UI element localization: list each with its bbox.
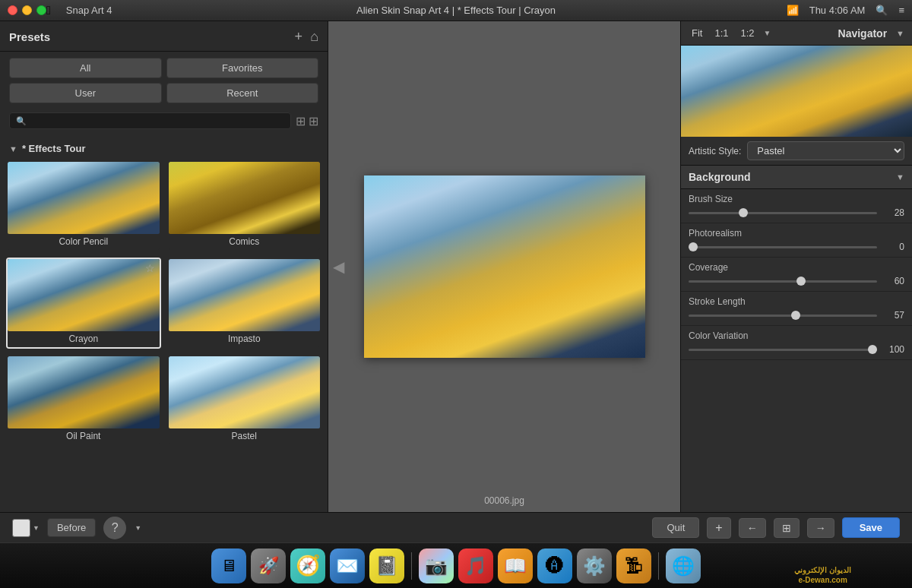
menu-icon[interactable]: ≡ bbox=[898, 5, 904, 16]
dock-item-photos[interactable]: 📷 bbox=[419, 548, 454, 583]
preset-item-impasto[interactable]: Impasto bbox=[167, 258, 322, 349]
presets-title: Presets bbox=[9, 30, 50, 43]
dock-item-mail[interactable]: ✉️ bbox=[330, 548, 365, 583]
dock-item-browser[interactable]: 🌐 bbox=[666, 548, 701, 583]
preset-thumb-oil-paint bbox=[8, 356, 160, 428]
add-preset-button[interactable]: + bbox=[295, 29, 303, 45]
help-dropdown-arrow[interactable]: ▼ bbox=[135, 524, 141, 532]
save-button[interactable]: Save bbox=[842, 517, 900, 538]
dock-item-appstore[interactable]: 🅐 bbox=[537, 548, 572, 583]
dock-item-notes[interactable]: 📓 bbox=[369, 548, 404, 583]
preset-thumb-color-pencil bbox=[8, 162, 160, 234]
time-display: Thu 4:06 AM bbox=[809, 5, 866, 16]
help-button[interactable]: ? bbox=[103, 517, 126, 539]
dock-item-launchpad[interactable]: 🚀 bbox=[251, 548, 286, 583]
dock-item-finder[interactable]: 🖥 bbox=[211, 548, 246, 583]
preset-filter-buttons: All Favorites User Recent bbox=[0, 52, 328, 109]
param-label-brush-size: Brush Size bbox=[689, 194, 904, 204]
grid-button[interactable]: ⊞ bbox=[774, 518, 800, 538]
add-button[interactable]: + bbox=[707, 517, 730, 539]
nav-fit-arrow[interactable]: ▼ bbox=[764, 29, 771, 37]
artistic-style-select[interactable]: Pastel bbox=[747, 141, 904, 160]
dock-item-archive[interactable]: 🗜 bbox=[616, 548, 651, 583]
preset-item-crayon[interactable]: ☆ Crayon bbox=[6, 258, 161, 349]
coverage-slider[interactable] bbox=[689, 280, 877, 283]
ratio-1-1-button[interactable]: 1:1 bbox=[711, 26, 731, 40]
grid-view-button[interactable]: ⊞ bbox=[309, 114, 318, 128]
param-slider-row-stroke-length: 57 bbox=[689, 310, 904, 321]
next-button[interactable]: → bbox=[807, 518, 834, 538]
color-preview-arrow[interactable]: ▼ bbox=[33, 524, 40, 532]
presets-grid: Color Pencil Comics ☆ Crayon Impasto bbox=[6, 160, 321, 446]
param-slider-row-photorealism: 0 bbox=[689, 242, 904, 252]
recent-button[interactable]: Recent bbox=[166, 83, 319, 103]
search-icon[interactable]: 🔍 bbox=[876, 5, 888, 16]
group-header[interactable]: ▼ * Effects Tour bbox=[6, 140, 321, 160]
view-icons: ⊞ ⊞ bbox=[296, 114, 318, 128]
traffic-lights bbox=[8, 5, 46, 15]
preset-label-pastel: Pastel bbox=[169, 428, 321, 444]
user-button[interactable]: User bbox=[9, 83, 162, 103]
collapse-view-button[interactable]: ⊞ bbox=[296, 114, 306, 128]
navigator-title: Navigator bbox=[838, 27, 888, 40]
dock-item-settings[interactable]: ⚙️ bbox=[577, 548, 612, 583]
maximize-button[interactable] bbox=[36, 5, 46, 15]
preset-item-pastel[interactable]: Pastel bbox=[167, 355, 322, 446]
minimize-button[interactable] bbox=[22, 5, 32, 15]
search-bar: 🔍 ⊞ ⊞ bbox=[0, 109, 328, 135]
preset-thumb-pastel bbox=[169, 356, 321, 428]
color-variation-value: 100 bbox=[883, 344, 904, 355]
param-brush-size: Brush Size 28 bbox=[681, 189, 912, 223]
search-input[interactable] bbox=[30, 115, 284, 126]
preset-thumb-impasto bbox=[169, 259, 321, 331]
brush-size-slider[interactable] bbox=[689, 212, 877, 214]
watermark-text: الديوان الإلكترونيe-Dewan.com bbox=[794, 566, 851, 584]
stroke-length-value: 57 bbox=[883, 310, 904, 321]
navigator-dropdown-arrow[interactable]: ▼ bbox=[896, 29, 904, 38]
preset-thumb-crayon bbox=[8, 259, 160, 331]
preset-label-crayon: Crayon bbox=[8, 331, 160, 347]
apple-logo:  bbox=[46, 4, 51, 17]
background-section-arrow: ▼ bbox=[896, 172, 904, 182]
param-label-photorealism: Photorealism bbox=[689, 228, 904, 239]
right-panel: Fit 1:1 1:2 ▼ Navigator ▼ Artistic Style… bbox=[680, 21, 912, 512]
presets-list: ▼ * Effects Tour Color Pencil Comics ☆ C… bbox=[0, 135, 328, 512]
param-photorealism: Photorealism 0 bbox=[681, 223, 912, 258]
search-input-wrap[interactable]: 🔍 bbox=[9, 112, 291, 129]
preset-item-oil-paint[interactable]: Oil Paint bbox=[6, 355, 161, 446]
color-variation-slider[interactable] bbox=[689, 349, 877, 351]
fit-button[interactable]: Fit bbox=[689, 26, 705, 40]
dock-separator bbox=[411, 552, 412, 580]
before-button[interactable]: Before bbox=[47, 518, 96, 537]
dock-item-safari[interactable]: 🧭 bbox=[290, 548, 325, 583]
color-preview bbox=[12, 519, 30, 537]
photorealism-slider[interactable] bbox=[689, 246, 877, 248]
all-button[interactable]: All bbox=[9, 58, 162, 78]
preset-label-oil-paint: Oil Paint bbox=[8, 428, 160, 444]
navigator-thumbnail bbox=[681, 46, 912, 137]
dock-item-books[interactable]: 📖 bbox=[498, 548, 533, 583]
quit-button[interactable]: Quit bbox=[652, 517, 699, 538]
wifi-icon: 📶 bbox=[787, 5, 799, 16]
background-section-header[interactable]: Background ▼ bbox=[681, 166, 912, 189]
stroke-length-slider[interactable] bbox=[689, 315, 877, 317]
sidebar-header: Presets + ⌂ bbox=[0, 21, 328, 52]
photorealism-value: 0 bbox=[883, 242, 904, 252]
dock-item-music[interactable]: 🎵 bbox=[458, 548, 493, 583]
navigator-header: Fit 1:1 1:2 ▼ Navigator ▼ bbox=[681, 21, 912, 46]
close-button[interactable] bbox=[8, 5, 17, 15]
home-button[interactable]: ⌂ bbox=[310, 29, 318, 45]
main-layout: Presets + ⌂ All Favorites User Recent 🔍 … bbox=[0, 21, 912, 512]
group-label: * Effects Tour bbox=[22, 143, 86, 154]
canvas-image bbox=[364, 175, 645, 358]
param-coverage: Coverage 60 bbox=[681, 258, 912, 292]
preset-label-impasto: Impasto bbox=[169, 331, 321, 347]
preset-item-comics[interactable]: Comics bbox=[167, 160, 322, 251]
ratio-1-2-button[interactable]: 1:2 bbox=[738, 26, 758, 40]
favorites-button[interactable]: Favorites bbox=[166, 58, 319, 78]
canvas-left-arrow[interactable]: ◀ bbox=[333, 258, 344, 276]
titlebar-right: 📶 Thu 4:06 AM 🔍 ≡ bbox=[787, 5, 904, 16]
preset-item-color-pencil[interactable]: Color Pencil bbox=[6, 160, 161, 251]
param-color-variation: Color Variation 100 bbox=[681, 326, 912, 360]
prev-button[interactable]: ← bbox=[739, 518, 766, 538]
